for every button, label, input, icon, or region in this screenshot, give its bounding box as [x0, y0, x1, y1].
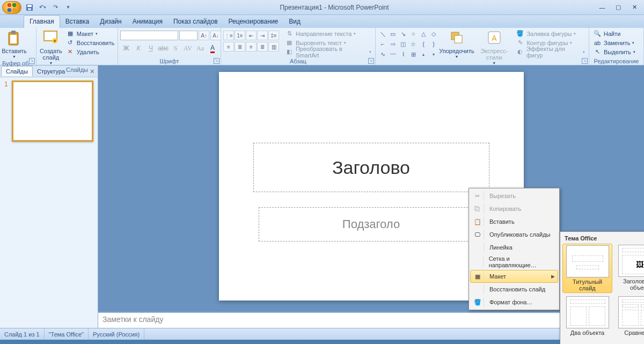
justify-button[interactable]: ≣	[257, 42, 268, 52]
left-tab-slides[interactable]: Слайды	[1, 66, 33, 76]
ctx-grid[interactable]: Сетка и направляющие…	[470, 254, 558, 270]
subtitle-placeholder[interactable]: Подзаголо	[259, 207, 484, 241]
find-button[interactable]: 🔍Найти	[591, 29, 637, 38]
ctx-ruler[interactable]: Линейка	[470, 241, 558, 254]
shapes-scroll-up[interactable]: ▲	[419, 49, 428, 59]
ctx-publish[interactable]: 🖵Опубликовать слайды	[470, 228, 558, 241]
shape-bracket-icon[interactable]: {	[419, 39, 428, 49]
drawing-dialog-launcher[interactable]: ↘	[582, 58, 588, 64]
layout-title-slide[interactable]: Титульный слайд	[562, 244, 612, 293]
ctx-copy[interactable]: ⿻Копировать	[470, 202, 558, 215]
case-button[interactable]: Aa	[194, 43, 206, 54]
shape-triangle-icon[interactable]: △	[419, 29, 428, 39]
layout-two-content[interactable]: Два объекта	[562, 295, 612, 343]
font-color-button[interactable]: A	[207, 43, 218, 54]
ribbon-group-clipboard: Вставить ▼ Буфер об... ↘	[0, 28, 36, 65]
shape-curve-icon[interactable]: ∿	[378, 49, 387, 59]
slide-area[interactable]: Заголово Подзаголо ✂Вырезать ⿻Копировать…	[98, 65, 644, 312]
ribbon-group-font: A↑ A↓ Ж К Ч abc S AV Aa A Шрифт ↘	[118, 28, 221, 65]
qat-dropdown-icon[interactable]: ▼	[62, 2, 74, 13]
shadow-button[interactable]: S	[170, 43, 181, 54]
new-slide-button[interactable]: ✦ Создать слайд ▼	[39, 29, 63, 67]
shape-arrow-icon[interactable]: ↘	[398, 29, 408, 39]
layout-button[interactable]: ▦Макет ▾	[64, 29, 116, 38]
shape-effects-button[interactable]: ◐Эффекты для фигур ▾	[514, 47, 587, 56]
shape-star-icon[interactable]: ☆	[408, 39, 418, 49]
align-right-button[interactable]: ≡	[246, 42, 257, 52]
title-placeholder[interactable]: Заголово	[253, 143, 489, 192]
numbering-button[interactable]: 1≡	[235, 31, 245, 40]
slide-thumbnail-1[interactable]	[12, 80, 93, 142]
select-button[interactable]: ↖Выделить ▾	[591, 47, 637, 56]
tab-insert[interactable]: Вставка	[60, 16, 95, 28]
shapes-gallery[interactable]: ＼ ▭ ↘ ○ △ ◇ ⌐ ⇨ ◫ ☆ { } ∿ 〰 ⌇ ⊞ ▲ ▼	[378, 29, 438, 59]
ctx-background[interactable]: 🪣Формат фона…	[470, 296, 558, 309]
quick-styles-button[interactable]: A Экспресс-стили▼	[475, 29, 513, 67]
status-slide-number[interactable]: Слайд 1 из 1	[0, 328, 45, 340]
indent-inc-button[interactable]: ⇥	[257, 31, 268, 40]
ctx-cut[interactable]: ✂Вырезать	[470, 189, 558, 202]
italic-button[interactable]: К	[133, 43, 144, 54]
paragraph-dialog-launcher[interactable]: ↘	[368, 58, 374, 64]
tab-animation[interactable]: Анимация	[127, 16, 168, 28]
shape-callout-icon[interactable]: ◫	[398, 39, 408, 49]
text-direction-icon: ⇅	[285, 30, 294, 38]
shapes-scroll-down[interactable]: ▼	[429, 49, 438, 59]
tab-design[interactable]: Дизайн	[94, 16, 127, 28]
shape-scribble-icon[interactable]: 〰	[388, 49, 398, 59]
replace-button[interactable]: abЗаменить ▾	[591, 38, 637, 47]
strike-button[interactable]: abc	[157, 43, 169, 54]
svg-point-2	[8, 8, 11, 11]
layout-title-content[interactable]: 🖼 Заголовок и объект	[614, 244, 644, 293]
indent-dec-button[interactable]: ⇤	[246, 31, 257, 40]
delete-button[interactable]: ✕Удалить	[64, 47, 116, 56]
status-theme[interactable]: "Тема Office"	[45, 328, 89, 340]
redo-icon[interactable]: ↷	[49, 2, 61, 13]
ctx-paste[interactable]: 📋Вставить	[470, 215, 558, 228]
tab-home[interactable]: Главная	[24, 15, 60, 28]
minimize-button[interactable]: —	[595, 2, 610, 13]
bold-button[interactable]: Ж	[120, 43, 132, 54]
paste-button[interactable]: Вставить ▼	[2, 29, 26, 60]
font-dialog-launcher[interactable]: ↘	[214, 58, 219, 64]
shape-oval-icon[interactable]: ○	[408, 29, 418, 39]
shape-diamond-icon[interactable]: ◇	[429, 29, 438, 39]
align-left-button[interactable]: ≡	[223, 42, 234, 52]
shrink-font-button[interactable]: A↓	[210, 31, 221, 40]
text-direction-button[interactable]: ⇅Направление текста ▾	[283, 29, 373, 38]
shape-rect-icon[interactable]: ▭	[388, 29, 398, 39]
shape-textbox-icon[interactable]: ⊞	[408, 49, 418, 59]
shape-brace-icon[interactable]: }	[429, 39, 438, 49]
layout-comparison[interactable]: Сравнение	[614, 295, 644, 343]
save-icon[interactable]	[24, 2, 35, 13]
status-language[interactable]: Русский (Россия)	[89, 328, 144, 340]
font-size-combo[interactable]	[179, 31, 197, 40]
bullets-button[interactable]: ⋮≡	[223, 31, 234, 40]
tab-review[interactable]: Рецензирование	[223, 16, 284, 28]
shape-freeform-icon[interactable]: ⌇	[398, 49, 408, 59]
undo-icon[interactable]: ↶▾	[36, 2, 48, 13]
tab-view[interactable]: Вид	[283, 16, 306, 28]
ctx-layout[interactable]: ▦Макет▶	[470, 270, 558, 283]
shape-line-icon[interactable]: ＼	[378, 29, 387, 39]
spacing-button[interactable]: AV	[182, 43, 194, 54]
tab-slideshow[interactable]: Показ слайдов	[168, 16, 223, 28]
reset-button[interactable]: ↺Восстановить	[64, 38, 116, 47]
font-family-combo[interactable]	[120, 31, 178, 40]
shape-connector-icon[interactable]: ⌐	[378, 39, 387, 49]
clipboard-dialog-launcher[interactable]: ↘	[29, 58, 35, 64]
ctx-reset[interactable]: Восстановить слайд	[470, 283, 558, 296]
ribbon-group-paragraph: ⋮≡ 1≡ ⇤ ⇥ ‡≡ ≡ ≣ ≡ ≣ ▥ ⇅Направление текс…	[221, 28, 376, 65]
grow-font-button[interactable]: A↑	[199, 31, 209, 40]
office-button[interactable]	[2, 1, 21, 14]
underline-button[interactable]: Ч	[145, 43, 157, 54]
align-center-button[interactable]: ≣	[235, 42, 245, 52]
shape-fill-button[interactable]: 🪣Заливка фигуры ▾	[514, 29, 587, 38]
close-button[interactable]: ✕	[627, 2, 642, 13]
line-spacing-button[interactable]: ‡≡	[268, 31, 279, 40]
maximize-button[interactable]: ▢	[611, 2, 626, 13]
shape-block-arrow-icon[interactable]: ⇨	[388, 39, 398, 49]
columns-button[interactable]: ▥	[268, 42, 279, 52]
arrange-button[interactable]: Упорядочить▼	[440, 29, 474, 60]
smartart-button[interactable]: ◧Преобразовать в SmartArt ▾	[283, 47, 373, 56]
